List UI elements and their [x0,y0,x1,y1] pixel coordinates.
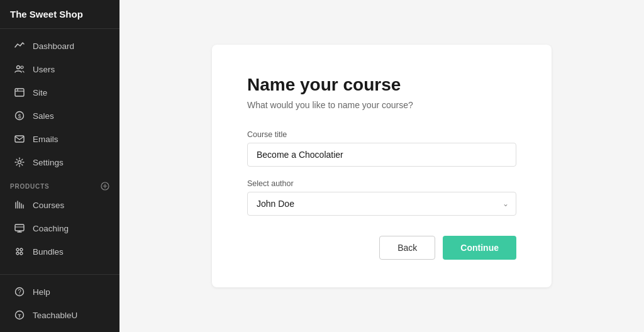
sidebar-item-label: Emails [33,135,58,144]
svg-rect-7 [15,136,24,142]
sidebar-item-label: Bundles [33,247,64,257]
site-icon [14,87,25,98]
back-button[interactable]: Back [379,236,435,260]
page-subtitle: What would you like to name your course? [247,100,516,110]
dashboard-icon [14,40,25,52]
sidebar-item-label: Help [33,287,50,297]
sidebar-item-label: Sales [33,111,54,121]
sidebar-item-coaching[interactable]: Coaching [4,217,116,240]
sidebar-nav: Dashboard Users S [0,29,119,274]
sidebar-item-courses[interactable]: Courses [4,194,116,216]
svg-text:T: T [18,313,21,319]
products-section-label: PRODUCTS [0,174,119,193]
add-product-icon[interactable] [101,182,109,191]
svg-text:$: $ [18,113,21,119]
svg-point-23 [16,252,19,255]
sidebar-item-site[interactable]: Site [4,81,116,104]
sales-icon: $ [14,110,25,121]
svg-point-24 [20,252,23,255]
emails-icon [14,133,25,145]
sidebar-item-users[interactable]: Users [4,58,116,80]
svg-point-8 [18,161,21,164]
svg-point-22 [20,248,23,251]
select-author-group: Select author John Doe ⌄ [247,179,516,216]
svg-point-1 [21,66,23,69]
sidebar-item-emails[interactable]: Emails [4,128,116,150]
help-icon: ? [14,286,25,297]
author-select-wrapper: John Doe ⌄ [247,192,516,216]
sidebar-item-label: TeachableU [33,311,77,320]
sidebar-item-dashboard[interactable]: Dashboard [4,35,116,57]
sidebar-item-label: Users [33,65,55,74]
svg-point-0 [17,66,20,69]
svg-text:?: ? [18,289,21,296]
course-title-label: Course title [247,130,516,139]
sidebar-item-label: Site [33,88,47,97]
sidebar-item-teachableu[interactable]: T TeachableU [4,304,116,326]
author-select[interactable]: John Doe [247,192,516,216]
continue-button[interactable]: Continue [443,236,516,260]
course-title-group: Course title [247,130,516,167]
sidebar-item-help[interactable]: ? Help [4,280,116,303]
teachableu-icon: T [14,309,25,321]
sidebar-item-settings[interactable]: Settings [4,151,116,174]
sidebar-item-sales[interactable]: $ Sales [4,104,116,127]
card-actions: Back Continue [247,236,516,260]
select-author-label: Select author [247,179,516,188]
settings-icon [14,157,25,168]
course-name-card: Name your course What would you like to … [212,45,552,287]
svg-point-21 [16,248,19,251]
courses-icon [14,199,25,211]
sidebar-item-label: Dashboard [33,42,74,51]
sidebar-item-label: Courses [33,201,64,210]
users-icon [14,64,25,75]
page-title: Name your course [247,75,516,95]
brand-title: The Sweet Shop [0,0,119,29]
sidebar: The Sweet Shop Dashboard Users [0,0,119,332]
course-title-input[interactable] [247,143,516,167]
sidebar-item-label: Settings [33,158,64,167]
coaching-icon [14,223,25,234]
sidebar-item-bundles[interactable]: Bundles [4,240,116,263]
svg-rect-2 [15,89,24,96]
sidebar-item-label: Coaching [33,224,69,233]
main-content: Name your course What would you like to … [119,0,644,332]
bundles-icon [14,246,25,257]
sidebar-bottom: ? Help T TeachableU [0,274,119,332]
svg-rect-17 [15,224,24,231]
